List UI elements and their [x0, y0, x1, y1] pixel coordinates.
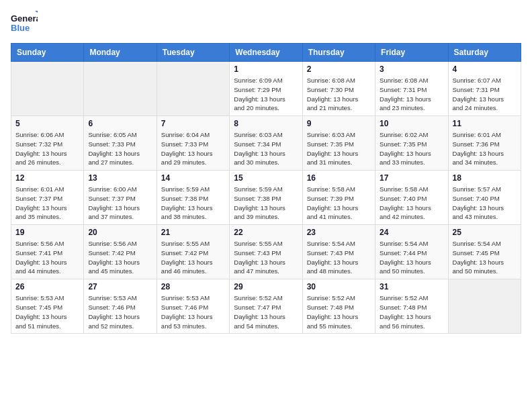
day-number: 12 — [15, 173, 79, 183]
calendar-week-row: 12Sunrise: 6:01 AM Sunset: 7:37 PM Dayli… — [11, 171, 521, 225]
day-number: 28 — [161, 282, 225, 291]
calendar-week-row: 26Sunrise: 5:53 AM Sunset: 7:45 PM Dayli… — [11, 279, 521, 334]
calendar-day: 28Sunrise: 5:53 AM Sunset: 7:46 PM Dayli… — [157, 279, 229, 334]
calendar-day: 2Sunrise: 6:08 AM Sunset: 7:30 PM Daylig… — [302, 62, 375, 116]
day-info: Sunrise: 6:00 AM Sunset: 7:37 PM Dayligh… — [88, 185, 152, 222]
day-number: 23 — [307, 228, 371, 237]
day-number: 19 — [15, 228, 79, 237]
calendar-day: 4Sunrise: 6:07 AM Sunset: 7:31 PM Daylig… — [448, 62, 521, 116]
day-info: Sunrise: 5:55 AM Sunset: 7:43 PM Dayligh… — [234, 239, 298, 276]
day-info: Sunrise: 5:56 AM Sunset: 7:42 PM Dayligh… — [88, 239, 152, 276]
day-info: Sunrise: 5:53 AM Sunset: 7:45 PM Dayligh… — [15, 293, 79, 330]
day-number: 6 — [88, 119, 152, 128]
calendar-day: 31Sunrise: 5:52 AM Sunset: 7:48 PM Dayli… — [375, 279, 448, 334]
calendar-day: 18Sunrise: 5:57 AM Sunset: 7:40 PM Dayli… — [448, 171, 521, 225]
calendar-day: 25Sunrise: 5:54 AM Sunset: 7:45 PM Dayli… — [448, 225, 521, 279]
calendar-day: 6Sunrise: 6:05 AM Sunset: 7:33 PM Daylig… — [84, 116, 157, 171]
calendar-week-row: 5Sunrise: 6:06 AM Sunset: 7:32 PM Daylig… — [11, 116, 521, 171]
calendar-day: 7Sunrise: 6:04 AM Sunset: 7:33 PM Daylig… — [157, 116, 229, 171]
calendar-day: 16Sunrise: 5:58 AM Sunset: 7:39 PM Dayli… — [302, 171, 375, 225]
calendar-day: 10Sunrise: 6:02 AM Sunset: 7:35 PM Dayli… — [375, 116, 448, 171]
day-info: Sunrise: 5:54 AM Sunset: 7:45 PM Dayligh… — [453, 239, 517, 276]
calendar-day: 19Sunrise: 5:56 AM Sunset: 7:41 PM Dayli… — [11, 225, 84, 279]
day-info: Sunrise: 5:52 AM Sunset: 7:48 PM Dayligh… — [307, 293, 371, 330]
col-header-saturday: Saturday — [448, 44, 521, 62]
day-info: Sunrise: 6:04 AM Sunset: 7:33 PM Dayligh… — [161, 130, 225, 167]
calendar-day — [157, 62, 229, 116]
day-info: Sunrise: 5:59 AM Sunset: 7:38 PM Dayligh… — [161, 185, 225, 222]
calendar-week-row: 19Sunrise: 5:56 AM Sunset: 7:41 PM Dayli… — [11, 225, 521, 279]
calendar-day: 9Sunrise: 6:03 AM Sunset: 7:35 PM Daylig… — [302, 116, 375, 171]
calendar-day: 15Sunrise: 5:59 AM Sunset: 7:38 PM Dayli… — [230, 171, 302, 225]
col-header-friday: Friday — [375, 44, 448, 62]
col-header-sunday: Sunday — [11, 44, 84, 62]
page-header: General Blue — [11, 11, 521, 35]
calendar-day: 26Sunrise: 5:53 AM Sunset: 7:45 PM Dayli… — [11, 279, 84, 334]
day-info: Sunrise: 5:52 AM Sunset: 7:48 PM Dayligh… — [380, 293, 443, 330]
header-row: SundayMondayTuesdayWednesdayThursdayFrid… — [11, 44, 521, 62]
day-info: Sunrise: 6:03 AM Sunset: 7:34 PM Dayligh… — [234, 130, 298, 167]
svg-text:Blue: Blue — [11, 23, 30, 33]
day-info: Sunrise: 5:55 AM Sunset: 7:42 PM Dayligh… — [161, 239, 225, 276]
calendar-day: 23Sunrise: 5:54 AM Sunset: 7:43 PM Dayli… — [302, 225, 375, 279]
calendar-day: 8Sunrise: 6:03 AM Sunset: 7:34 PM Daylig… — [230, 116, 302, 171]
logo: General Blue — [11, 11, 38, 35]
day-number: 10 — [380, 119, 443, 128]
day-info: Sunrise: 6:03 AM Sunset: 7:35 PM Dayligh… — [307, 130, 371, 167]
day-number: 31 — [380, 282, 443, 291]
day-number: 15 — [234, 173, 298, 183]
day-info: Sunrise: 5:53 AM Sunset: 7:46 PM Dayligh… — [88, 293, 152, 330]
logo-svg: General Blue — [11, 11, 38, 35]
day-number: 17 — [380, 173, 443, 183]
day-number: 27 — [88, 282, 152, 291]
calendar-day: 27Sunrise: 5:53 AM Sunset: 7:46 PM Dayli… — [84, 279, 157, 334]
day-number: 29 — [234, 282, 298, 291]
day-info: Sunrise: 6:01 AM Sunset: 7:36 PM Dayligh… — [453, 130, 517, 167]
calendar-day: 3Sunrise: 6:08 AM Sunset: 7:31 PM Daylig… — [375, 62, 448, 116]
day-number: 3 — [380, 64, 443, 74]
day-info: Sunrise: 5:53 AM Sunset: 7:46 PM Dayligh… — [161, 293, 225, 330]
day-info: Sunrise: 6:01 AM Sunset: 7:37 PM Dayligh… — [15, 185, 79, 222]
calendar-day: 21Sunrise: 5:55 AM Sunset: 7:42 PM Dayli… — [157, 225, 229, 279]
col-header-wednesday: Wednesday — [230, 44, 302, 62]
day-number: 24 — [380, 228, 443, 237]
day-number: 5 — [15, 119, 79, 128]
day-number: 11 — [453, 119, 517, 128]
day-info: Sunrise: 5:54 AM Sunset: 7:44 PM Dayligh… — [380, 239, 443, 276]
day-info: Sunrise: 6:08 AM Sunset: 7:30 PM Dayligh… — [307, 76, 371, 113]
calendar-day: 24Sunrise: 5:54 AM Sunset: 7:44 PM Dayli… — [375, 225, 448, 279]
day-number: 2 — [307, 64, 371, 74]
day-number: 4 — [453, 64, 517, 74]
calendar-day: 30Sunrise: 5:52 AM Sunset: 7:48 PM Dayli… — [302, 279, 375, 334]
calendar-table: SundayMondayTuesdayWednesdayThursdayFrid… — [11, 43, 521, 334]
calendar-day: 1Sunrise: 6:09 AM Sunset: 7:29 PM Daylig… — [230, 62, 302, 116]
day-info: Sunrise: 6:05 AM Sunset: 7:33 PM Dayligh… — [88, 130, 152, 167]
calendar-day: 17Sunrise: 5:58 AM Sunset: 7:40 PM Dayli… — [375, 171, 448, 225]
day-info: Sunrise: 5:54 AM Sunset: 7:43 PM Dayligh… — [307, 239, 371, 276]
day-info: Sunrise: 6:09 AM Sunset: 7:29 PM Dayligh… — [234, 76, 298, 113]
day-number: 25 — [453, 228, 517, 237]
day-number: 21 — [161, 228, 225, 237]
day-info: Sunrise: 5:58 AM Sunset: 7:39 PM Dayligh… — [307, 185, 371, 222]
day-number: 9 — [307, 119, 371, 128]
day-info: Sunrise: 6:02 AM Sunset: 7:35 PM Dayligh… — [380, 130, 443, 167]
day-info: Sunrise: 5:59 AM Sunset: 7:38 PM Dayligh… — [234, 185, 298, 222]
calendar-day — [11, 62, 84, 116]
day-info: Sunrise: 5:56 AM Sunset: 7:41 PM Dayligh… — [15, 239, 79, 276]
day-info: Sunrise: 6:08 AM Sunset: 7:31 PM Dayligh… — [380, 76, 443, 113]
day-number: 30 — [307, 282, 371, 291]
calendar-day: 14Sunrise: 5:59 AM Sunset: 7:38 PM Dayli… — [157, 171, 229, 225]
day-info: Sunrise: 5:58 AM Sunset: 7:40 PM Dayligh… — [380, 185, 443, 222]
calendar-day: 29Sunrise: 5:52 AM Sunset: 7:47 PM Dayli… — [230, 279, 302, 334]
day-info: Sunrise: 6:07 AM Sunset: 7:31 PM Dayligh… — [453, 76, 517, 113]
calendar-day: 5Sunrise: 6:06 AM Sunset: 7:32 PM Daylig… — [11, 116, 84, 171]
day-number: 26 — [15, 282, 79, 291]
day-number: 18 — [453, 173, 517, 183]
day-number: 13 — [88, 173, 152, 183]
day-number: 16 — [307, 173, 371, 183]
day-number: 8 — [234, 119, 298, 128]
calendar-day: 11Sunrise: 6:01 AM Sunset: 7:36 PM Dayli… — [448, 116, 521, 171]
day-info: Sunrise: 6:06 AM Sunset: 7:32 PM Dayligh… — [15, 130, 79, 167]
col-header-thursday: Thursday — [302, 44, 375, 62]
day-number: 20 — [88, 228, 152, 237]
